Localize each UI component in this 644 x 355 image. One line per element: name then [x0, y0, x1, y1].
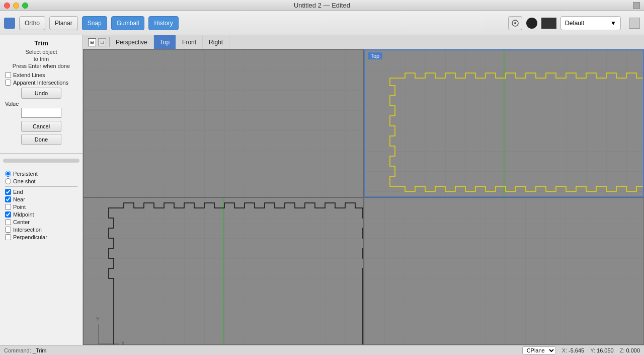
panel-subtitle: Select object	[5, 49, 77, 55]
panel-subtitle2: to trim	[5, 56, 77, 62]
snap-options-section: Persistent One shot End Near Point Mid	[0, 167, 83, 246]
grid-view-icon[interactable]: ⊞	[88, 38, 96, 46]
history-button[interactable]: History	[148, 16, 178, 30]
cplane-item: CPlane World	[522, 346, 556, 354]
near-row: Near	[5, 196, 77, 202]
center-row: Center	[5, 219, 77, 225]
statusbar: Command: _Trim CPlane World X: -5.645 Y:…	[0, 345, 644, 355]
midpoint-row: Midpoint	[5, 211, 77, 218]
done-button[interactable]: Done	[21, 134, 61, 145]
z-label: Z:	[620, 347, 625, 353]
near-label: Near	[13, 196, 25, 202]
viewport-area: ⊞ □ Perspective Top Front Right	[83, 35, 644, 345]
panel-instruction: Press Enter when done	[5, 63, 77, 69]
panel-toggle[interactable]	[629, 18, 640, 29]
perspective-grid-svg	[84, 50, 363, 197]
end-checkbox[interactable]	[5, 189, 11, 195]
center-checkbox[interactable]	[5, 219, 11, 225]
command-item: Command: _Trim	[4, 347, 47, 353]
one-shot-radio[interactable]	[5, 178, 11, 184]
maximize-button[interactable]	[22, 3, 28, 9]
close-button[interactable]	[4, 3, 10, 9]
z-coord-item: Z: 0.000	[620, 347, 640, 353]
planar-button[interactable]: Planar	[49, 16, 78, 30]
apparent-intersections-label: Apparent Intersections	[13, 80, 68, 86]
tab-top[interactable]: Top	[154, 35, 176, 49]
window-title: Untitled 2 — Edited	[294, 2, 350, 9]
ortho-button[interactable]: Ortho	[19, 16, 45, 30]
single-view-icon[interactable]: □	[98, 38, 106, 46]
persistent-row: Persistent	[5, 171, 77, 177]
command-label: Command:	[4, 347, 31, 353]
default-dropdown[interactable]: Default ▼	[560, 16, 621, 30]
end-row: End	[5, 189, 77, 195]
cancel-button[interactable]: Cancel	[21, 121, 61, 132]
extend-lines-label: Extend Lines	[13, 72, 45, 78]
persistent-radio[interactable]	[5, 171, 11, 177]
intersection-label: Intersection	[13, 227, 42, 233]
viewport-tabs: ⊞ □ Perspective Top Front Right	[83, 35, 644, 49]
svg-rect-2	[84, 50, 363, 197]
trim-section: Trim Select object to trim Press Enter w…	[0, 35, 83, 151]
viewport-bottom-right[interactable]	[364, 197, 645, 345]
snap-button[interactable]: Snap	[82, 16, 107, 30]
svg-point-1	[514, 22, 516, 24]
undo-button[interactable]: Undo	[21, 88, 61, 99]
y-label: Y:	[590, 347, 595, 353]
point-label: Point	[13, 204, 26, 210]
intersection-row: Intersection	[5, 227, 77, 233]
perpendicular-label: Perpendicular	[13, 234, 47, 240]
value-label: Value	[5, 101, 77, 107]
midpoint-checkbox[interactable]	[5, 211, 11, 218]
perpendicular-checkbox[interactable]	[5, 234, 11, 240]
extend-lines-checkbox[interactable]	[5, 72, 11, 78]
tab-perspective[interactable]: Perspective	[110, 35, 154, 49]
point-checkbox[interactable]	[5, 204, 11, 210]
panel-title: Trim	[5, 39, 77, 47]
apparent-intersections-row: Apparent Intersections	[5, 80, 77, 86]
view-icons: ⊞ □	[85, 35, 109, 49]
extend-lines-row: Extend Lines	[5, 72, 77, 78]
vp-top-label: Top	[368, 52, 383, 59]
left-panel: Trim Select object to trim Press Enter w…	[0, 35, 83, 345]
window-resize-button[interactable]	[633, 2, 640, 9]
persistent-label: Persistent	[13, 171, 38, 177]
apparent-intersections-checkbox[interactable]	[5, 80, 11, 86]
tab-front[interactable]: Front	[176, 35, 203, 49]
x-value: -5.645	[569, 347, 584, 353]
y-coord-item: Y: 16.050	[590, 347, 613, 353]
traffic-lights	[4, 3, 28, 9]
snap-divider	[5, 186, 77, 187]
y-value: 16.050	[597, 347, 614, 353]
color-swatch[interactable]	[541, 18, 556, 29]
x-label: X:	[562, 347, 567, 353]
z-value: 0.000	[626, 347, 640, 353]
minimize-button[interactable]	[13, 3, 19, 9]
one-shot-label: One shot	[13, 178, 36, 184]
toolbar: Ortho Planar Snap Gumball History Defaul…	[0, 11, 644, 35]
svg-text:X: X	[121, 341, 125, 345]
scrollbar[interactable]	[3, 159, 79, 163]
cplane-dropdown[interactable]: CPlane World	[522, 346, 556, 354]
record-button[interactable]	[526, 18, 537, 29]
svg-rect-13	[364, 198, 644, 345]
tab-right[interactable]: Right	[203, 35, 229, 49]
gumball-button[interactable]: Gumball	[111, 16, 145, 30]
panel-divider	[0, 153, 83, 154]
viewport-icon[interactable]	[4, 18, 15, 29]
end-label: End	[13, 189, 23, 195]
one-shot-row: One shot	[5, 178, 77, 184]
viewport-bottom-left[interactable]: X Y	[83, 197, 364, 345]
svg-text:Y: Y	[96, 317, 100, 322]
viewport-perspective[interactable]	[83, 49, 364, 197]
midpoint-label: Midpoint	[13, 211, 34, 218]
center-label: Center	[13, 219, 30, 225]
compass-icon[interactable]	[508, 16, 522, 30]
value-input[interactable]	[21, 108, 61, 118]
viewport-top[interactable]: Top	[364, 49, 645, 197]
near-checkbox[interactable]	[5, 196, 11, 202]
bl-grid-svg: X Y	[84, 198, 363, 345]
perpendicular-row: Perpendicular	[5, 234, 77, 240]
main-area: Trim Select object to trim Press Enter w…	[0, 35, 644, 345]
intersection-checkbox[interactable]	[5, 227, 11, 233]
